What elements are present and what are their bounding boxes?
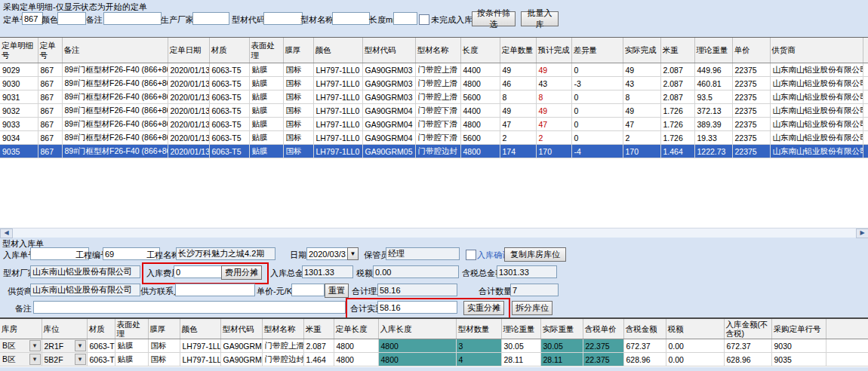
column-header[interactable]: 差异量 [571,38,623,63]
column-header[interactable]: 定单日期 [168,38,209,63]
cell[interactable]: LH797-1LL0 [313,77,362,90]
tax-total-input[interactable] [497,265,557,278]
filter-by-condition-button[interactable]: 按条件筛选 [472,11,516,26]
cell[interactable]: 门带腔上滑 [262,339,303,353]
cell[interactable]: 22375 [732,131,770,145]
cell[interactable]: 门带腔下滑 [415,118,460,131]
column-header[interactable]: 型材代码 [220,319,262,339]
cell[interactable]: 22375 [732,90,770,104]
unit-price-input[interactable] [291,284,325,296]
cell[interactable]: LH797-1LL0 [313,63,362,77]
cell[interactable]: 2020/01/13 [168,104,209,118]
cell[interactable]: LH797-1LL0 [313,145,362,158]
column-header[interactable]: 型材代码 [362,38,415,63]
cell[interactable]: 6063-T5 [87,353,115,366]
cell[interactable]: -3 [571,77,623,90]
cell[interactable]: 49 [623,104,660,118]
cell[interactable]: 贴膜 [249,77,283,90]
column-header[interactable]: 定单长度 [334,319,378,339]
date-dropdown-icon[interactable]: ▼ [347,247,359,260]
table-row[interactable]: 903286789#门框型材F26-F40 (866+867)2020/01/1… [0,104,868,118]
cell[interactable]: 4 [456,353,501,366]
column-header[interactable]: 型材数量 [456,319,501,339]
column-header[interactable]: 含税金额 [623,319,666,339]
cell[interactable]: 5600 [460,90,500,104]
cell[interactable]: 9031 [0,90,38,104]
column-header[interactable]: 型材名称 [262,319,303,339]
profile-code-input[interactable] [263,12,303,25]
cell[interactable]: 贴膜 [249,145,283,158]
column-header[interactable]: 供货商 [770,38,863,63]
cell[interactable]: 0 [571,104,623,118]
column-header[interactable]: 型材名称 [415,38,460,63]
cell[interactable]: 0 [571,90,623,104]
column-header[interactable]: 实际完成 [623,38,660,63]
cell[interactable]: 贴膜 [115,353,148,366]
column-header[interactable]: 实际重量 [540,319,583,339]
cell[interactable]: 8 [623,90,660,104]
cell[interactable]: 国标 [283,118,313,131]
cell[interactable]: 2020/01/13 [168,131,209,145]
cell[interactable]: 2 [623,131,660,145]
cell[interactable]: GA90GRM03 [362,90,415,104]
column-header[interactable]: 库位 [42,319,87,339]
cell[interactable]: 28.11 [540,353,583,366]
cell[interactable]: 2020/01/13 [168,90,209,104]
cell[interactable]: 89#门框型材F26-F40 (866+867) [62,77,168,90]
cell[interactable]: 6063-T5 [209,90,249,104]
cell[interactable]: 47 [623,118,660,131]
column-header[interactable]: 颜色 [180,319,220,339]
column-header[interactable]: 表面处理 [115,319,148,339]
cell[interactable]: 国标 [283,131,313,145]
cell[interactable]: 5B2F▾ [42,353,87,366]
column-header[interactable]: 材质 [87,319,115,339]
column-header[interactable]: 备注 [62,38,168,63]
cell[interactable]: GA90GRM04 [362,104,415,118]
column-header[interactable]: 采购定单行号 [771,319,826,339]
profile-name-input[interactable] [332,12,370,25]
cell[interactable]: LH797-1LL0 [313,104,362,118]
cell[interactable]: 山东南山铝业股份有限公司 [770,145,863,158]
cell[interactable]: 867 [38,77,62,90]
cell[interactable]: 4800 [378,353,456,366]
chevron-down-icon[interactable]: ▾ [75,354,86,365]
cell[interactable]: 4800 [460,77,500,90]
cell[interactable]: 867 [38,118,62,131]
cell[interactable]: 2020/01/13 [168,63,209,77]
scroll-left-icon[interactable]: ◀ [0,228,13,238]
cell[interactable]: 6063-T5 [209,104,249,118]
cell[interactable]: 8 [500,90,536,104]
scroll-right-icon[interactable]: ▶ [856,228,868,238]
cell[interactable]: 22375 [732,145,770,158]
manufacturer-input[interactable] [192,12,229,25]
contact-input[interactable] [175,284,255,296]
cell[interactable]: 30.05 [540,339,583,353]
column-header[interactable]: 库房 [0,319,42,339]
cell[interactable] [863,90,868,104]
cell[interactable]: 22.375 [583,353,623,366]
cell[interactable]: 49 [536,104,571,118]
cell[interactable]: 山东南山铝业股份有限公司 [770,77,863,90]
copy-warehouse-button[interactable]: 复制库房库位 [504,247,566,262]
cell[interactable]: 89#门框型材F26-F40 (866+867) [62,131,168,145]
cell[interactable]: 89#门框型材F26-F40 (866+867) [62,63,168,77]
column-header[interactable] [863,38,868,63]
cell[interactable]: 22375 [732,77,770,90]
cell[interactable] [863,77,868,90]
cell[interactable] [863,145,868,158]
inbound-remark-input[interactable] [33,301,346,314]
cell[interactable]: 19.33 [694,131,732,145]
cell[interactable]: 国标 [283,145,313,158]
column-header[interactable]: 膜厚 [283,38,313,63]
cell[interactable]: 2.087 [660,77,694,90]
column-header[interactable]: 表面处理 [249,38,283,63]
cell[interactable]: 89#门框型材F26-F40 (866+867) [62,104,168,118]
chevron-down-icon[interactable]: ▾ [29,340,41,351]
cell[interactable]: 4800 [334,353,378,366]
column-header[interactable]: 长度 [460,38,500,63]
supplier-input[interactable] [30,284,140,296]
cell[interactable]: 47 [536,118,571,131]
cell[interactable]: 国标 [148,353,180,366]
cell[interactable]: 672.37 [724,339,771,353]
cell[interactable]: 28.11 [501,353,540,366]
